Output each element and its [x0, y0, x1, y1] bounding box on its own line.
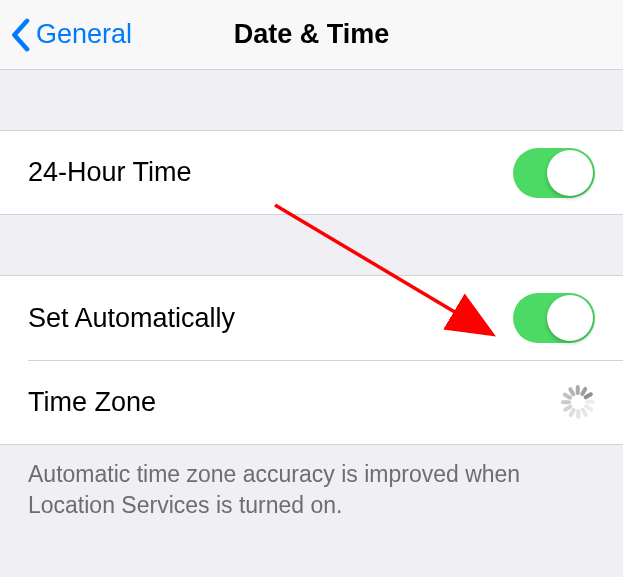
section-gap	[0, 70, 623, 130]
toggle-knob	[547, 295, 593, 341]
row-label: Set Automatically	[28, 303, 235, 334]
row-label: 24-Hour Time	[28, 157, 192, 188]
row-time-zone[interactable]: Time Zone	[0, 360, 623, 445]
settings-date-time-screen: General Date & Time 24-Hour Time Set Aut…	[0, 0, 623, 577]
section-gap	[0, 215, 623, 275]
footer-help-text: Automatic time zone accuracy is improved…	[0, 445, 623, 521]
row-label: Time Zone	[28, 387, 156, 418]
auto-time-group: Set Automatically Time Zone	[0, 275, 623, 445]
chevron-left-icon	[10, 18, 30, 52]
back-label: General	[36, 19, 132, 50]
back-button[interactable]: General	[0, 18, 132, 52]
navigation-bar: General Date & Time	[0, 0, 623, 70]
loading-spinner-icon	[561, 385, 595, 419]
toggle-24-hour-time[interactable]	[513, 148, 595, 198]
toggle-set-automatically[interactable]	[513, 293, 595, 343]
toggle-knob	[547, 150, 593, 196]
row-set-automatically: Set Automatically	[0, 275, 623, 360]
row-24-hour-time: 24-Hour Time	[0, 130, 623, 215]
